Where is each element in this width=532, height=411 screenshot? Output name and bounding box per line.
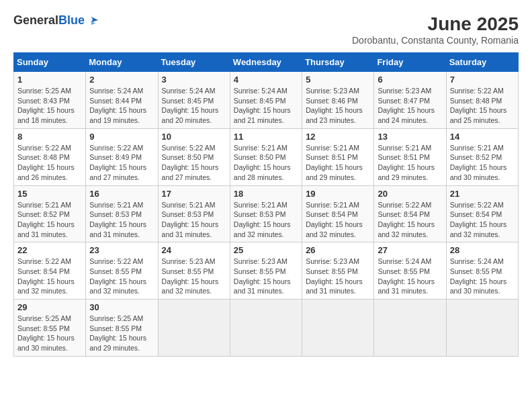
header-wednesday: Wednesday bbox=[230, 53, 302, 72]
day-cell-23: 23 Sunrise: 5:22 AMSunset: 8:55 PMDaylig… bbox=[86, 242, 158, 300]
day-cell-4: 4 Sunrise: 5:24 AMSunset: 8:45 PMDayligh… bbox=[230, 72, 302, 129]
header-friday: Friday bbox=[374, 53, 446, 72]
day-cell-20: 20 Sunrise: 5:22 AMSunset: 8:54 PMDaylig… bbox=[374, 185, 446, 242]
week-row-4: 22 Sunrise: 5:22 AMSunset: 8:54 PMDaylig… bbox=[14, 242, 519, 300]
day-cell-3: 3 Sunrise: 5:24 AMSunset: 8:45 PMDayligh… bbox=[158, 72, 230, 129]
day-cell-6: 6 Sunrise: 5:23 AMSunset: 8:47 PMDayligh… bbox=[374, 72, 446, 129]
day-cell-18: 18 Sunrise: 5:21 AMSunset: 8:53 PMDaylig… bbox=[230, 185, 302, 242]
calendar-header-row: Sunday Monday Tuesday Wednesday Thursday… bbox=[14, 53, 519, 72]
header: General Blue June 2025 Dorobantu, Consta… bbox=[13, 13, 519, 46]
day-cell-7: 7 Sunrise: 5:22 AMSunset: 8:48 PMDayligh… bbox=[446, 72, 518, 129]
day-cell-16: 16 Sunrise: 5:21 AMSunset: 8:53 PMDaylig… bbox=[86, 185, 158, 242]
week-row-1: 1 Sunrise: 5:25 AMSunset: 8:43 PMDayligh… bbox=[14, 72, 519, 129]
day-cell-1: 1 Sunrise: 5:25 AMSunset: 8:43 PMDayligh… bbox=[14, 72, 86, 129]
day-cell-15: 15 Sunrise: 5:21 AMSunset: 8:52 PMDaylig… bbox=[14, 185, 86, 242]
day-cell-2: 2 Sunrise: 5:24 AMSunset: 8:44 PMDayligh… bbox=[86, 72, 158, 129]
logo-general: General bbox=[13, 13, 58, 28]
week-row-5: 29 Sunrise: 5:25 AMSunset: 8:55 PMDaylig… bbox=[14, 300, 519, 357]
header-thursday: Thursday bbox=[302, 53, 374, 72]
empty-cell-1 bbox=[158, 300, 230, 357]
day-cell-29: 29 Sunrise: 5:25 AMSunset: 8:55 PMDaylig… bbox=[14, 300, 86, 357]
empty-cell-5 bbox=[446, 300, 518, 357]
header-tuesday: Tuesday bbox=[158, 53, 230, 72]
week-row-3: 15 Sunrise: 5:21 AMSunset: 8:52 PMDaylig… bbox=[14, 185, 519, 242]
week-row-2: 8 Sunrise: 5:22 AMSunset: 8:48 PMDayligh… bbox=[14, 128, 519, 185]
day-cell-13: 13 Sunrise: 5:21 AMSunset: 8:51 PMDaylig… bbox=[374, 128, 446, 185]
day-cell-5: 5 Sunrise: 5:23 AMSunset: 8:46 PMDayligh… bbox=[302, 72, 374, 129]
empty-cell-3 bbox=[302, 300, 374, 357]
day-cell-11: 11 Sunrise: 5:21 AMSunset: 8:50 PMDaylig… bbox=[230, 128, 302, 185]
logo-blue-text: Blue bbox=[58, 13, 85, 28]
day-cell-8: 8 Sunrise: 5:22 AMSunset: 8:48 PMDayligh… bbox=[14, 128, 86, 185]
day-cell-25: 25 Sunrise: 5:23 AMSunset: 8:55 PMDaylig… bbox=[230, 242, 302, 300]
header-sunday: Sunday bbox=[14, 53, 86, 72]
day-cell-12: 12 Sunrise: 5:21 AMSunset: 8:51 PMDaylig… bbox=[302, 128, 374, 185]
day-cell-21: 21 Sunrise: 5:22 AMSunset: 8:54 PMDaylig… bbox=[446, 185, 518, 242]
title-area: June 2025 Dorobantu, Constanta County, R… bbox=[352, 13, 519, 46]
day-cell-22: 22 Sunrise: 5:22 AMSunset: 8:54 PMDaylig… bbox=[14, 242, 86, 300]
day-cell-27: 27 Sunrise: 5:24 AMSunset: 8:55 PMDaylig… bbox=[374, 242, 446, 300]
header-monday: Monday bbox=[86, 53, 158, 72]
svg-marker-0 bbox=[91, 17, 98, 22]
logo-bird-icon bbox=[86, 14, 99, 28]
empty-cell-4 bbox=[374, 300, 446, 357]
day-cell-30: 30 Sunrise: 5:25 AMSunset: 8:55 PMDaylig… bbox=[86, 300, 158, 357]
logo: General Blue bbox=[13, 13, 99, 28]
day-cell-14: 14 Sunrise: 5:21 AMSunset: 8:52 PMDaylig… bbox=[446, 128, 518, 185]
empty-cell-2 bbox=[230, 300, 302, 357]
day-cell-28: 28 Sunrise: 5:24 AMSunset: 8:55 PMDaylig… bbox=[446, 242, 518, 300]
day-cell-24: 24 Sunrise: 5:23 AMSunset: 8:55 PMDaylig… bbox=[158, 242, 230, 300]
month-year: June 2025 bbox=[352, 13, 519, 35]
day-cell-17: 17 Sunrise: 5:21 AMSunset: 8:53 PMDaylig… bbox=[158, 185, 230, 242]
header-saturday: Saturday bbox=[446, 53, 518, 72]
day-cell-26: 26 Sunrise: 5:23 AMSunset: 8:55 PMDaylig… bbox=[302, 242, 374, 300]
calendar: Sunday Monday Tuesday Wednesday Thursday… bbox=[13, 52, 519, 357]
day-cell-9: 9 Sunrise: 5:22 AMSunset: 8:49 PMDayligh… bbox=[86, 128, 158, 185]
day-cell-19: 19 Sunrise: 5:21 AMSunset: 8:54 PMDaylig… bbox=[302, 185, 374, 242]
location: Dorobantu, Constanta County, Romania bbox=[352, 35, 519, 46]
day-cell-10: 10 Sunrise: 5:22 AMSunset: 8:50 PMDaylig… bbox=[158, 128, 230, 185]
